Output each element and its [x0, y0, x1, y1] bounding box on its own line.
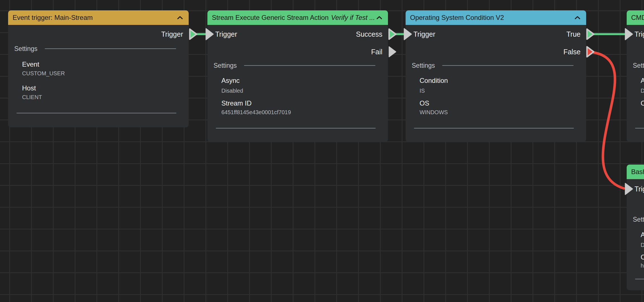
output-port-trigger[interactable] [190, 29, 196, 39]
setting-label-async: Async [221, 76, 240, 85]
settings-divider [244, 65, 375, 66]
setting-label-host: Host [22, 84, 36, 93]
output-port-success[interactable] [389, 29, 396, 39]
setting-value-stream-id: 6451ff8145e43e0001cf7019 [221, 108, 291, 116]
settings-section-label: Settings [214, 61, 237, 70]
node-title: Operating System Condition V2 [410, 14, 504, 22]
node-title: Bash [631, 168, 644, 176]
setting-value-async: Disabled [221, 87, 243, 95]
input-port-label-trigger: Trig [634, 29, 644, 39]
output-port-label-trigger: Trigger [8, 29, 183, 39]
setting-label-os: OS [420, 99, 429, 108]
output-port-label-true: True [406, 29, 581, 39]
node-bottom-divider [635, 128, 644, 128]
node-bottom-divider [414, 128, 574, 128]
node-title: CMD [631, 14, 644, 22]
setting-value-os: WINDOWS [420, 108, 448, 116]
setting-value: D [641, 87, 644, 95]
settings-section-label: Settings [14, 44, 37, 53]
node-os-condition-header[interactable]: Operating System Condition V2 [406, 10, 586, 25]
node-bash[interactable]: Bash Trig Setti A D C ho [627, 165, 644, 290]
chevron-up-icon[interactable] [574, 16, 581, 20]
node-stream-execute-header[interactable]: Stream Execute Generic Stream Action Ver… [207, 10, 388, 25]
setting-label: C [641, 99, 644, 108]
setting-label-condition: Condition [420, 76, 448, 85]
node-bash-header[interactable]: Bash [627, 165, 644, 179]
chevron-up-icon[interactable] [376, 16, 382, 20]
setting-label-stream-id: Stream ID [221, 99, 252, 108]
settings-divider [442, 65, 574, 66]
node-title: Stream Execute Generic Stream Action [212, 14, 329, 22]
setting-value-event: CUSTOM_USER [22, 69, 65, 77]
setting-value-condition: IS [420, 87, 425, 95]
node-bottom-divider [216, 128, 376, 128]
settings-section-label: Settings [412, 61, 435, 70]
output-port-false[interactable] [587, 47, 594, 57]
chevron-up-icon[interactable] [177, 16, 183, 20]
output-port-label-fail: Fail [207, 47, 382, 57]
edge-false-to-bash[interactable] [593, 52, 624, 188]
node-cmd-header[interactable]: CMD [627, 10, 644, 25]
node-stream-execute[interactable]: Stream Execute Generic Stream Action Ver… [207, 10, 388, 142]
setting-value: D [641, 241, 644, 249]
output-port-label-false: False [406, 47, 581, 57]
settings-section-label: Setti [633, 61, 644, 70]
node-title-italic: Verify if Test ... [331, 14, 375, 22]
setting-value: ho [641, 262, 644, 270]
input-port-label-trigger: Trig [634, 184, 644, 194]
setting-label-event: Event [22, 60, 39, 69]
settings-section-label: Setti [633, 215, 644, 224]
output-port-true[interactable] [587, 29, 594, 39]
setting-label: A [641, 76, 644, 85]
output-port-fail[interactable] [389, 47, 396, 57]
node-bottom-divider [16, 113, 176, 113]
node-cmd[interactable]: CMD Trig Setti A D C [627, 10, 644, 142]
setting-label: A [641, 230, 644, 239]
node-bottom-divider [635, 279, 644, 279]
node-event-trigger-header[interactable]: Event trigger: Main-Stream [8, 10, 189, 25]
node-event-trigger[interactable]: Event trigger: Main-Stream Trigger Setti… [8, 10, 189, 127]
settings-divider [45, 48, 176, 49]
setting-label: C [641, 253, 644, 262]
setting-value-host: CLIENT [22, 93, 42, 101]
node-os-condition[interactable]: Operating System Condition V2 Trigger Tr… [406, 10, 586, 142]
output-port-label-success: Success [207, 29, 382, 39]
node-title: Event trigger: Main-Stream [13, 14, 93, 22]
flow-canvas[interactable]: Event trigger: Main-Stream Trigger Setti… [0, 0, 644, 302]
